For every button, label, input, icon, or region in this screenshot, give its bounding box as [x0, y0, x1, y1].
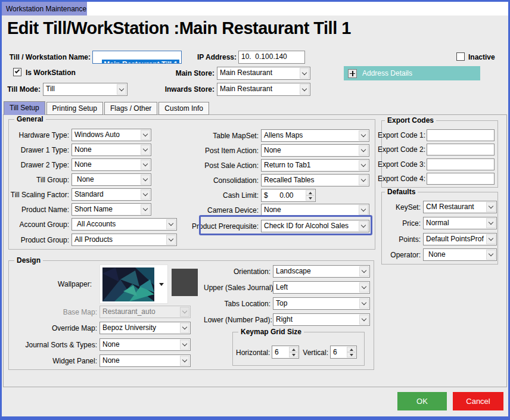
chevron-down-icon [182, 357, 187, 362]
upper-sales-journal-select[interactable]: Left [273, 281, 370, 294]
inactive-checkbox[interactable] [456, 52, 465, 61]
dropdown-button[interactable] [359, 205, 368, 215]
dropdown-button[interactable] [359, 145, 368, 155]
points-select[interactable]: Default PointsProf [423, 233, 497, 245]
dropdown-button[interactable] [486, 234, 496, 244]
cancel-button[interactable]: Cancel [453, 392, 503, 410]
spin-up-button[interactable] [289, 347, 298, 352]
dropdown-button[interactable] [141, 130, 150, 140]
dropdown-button[interactable] [359, 315, 369, 325]
dropdown-button[interactable] [300, 68, 309, 79]
dropdown-button[interactable] [359, 130, 368, 141]
operator-select[interactable]: None [423, 248, 497, 261]
till-mode-select[interactable]: Till [43, 83, 128, 96]
post-item-action-label: Post Item Action: [192, 147, 259, 155]
dropdown-button[interactable] [359, 221, 368, 231]
export-code-4-input[interactable] [427, 173, 495, 185]
keyset-select[interactable]: CM Restaurant [423, 201, 497, 213]
export-code-1-input[interactable] [427, 129, 495, 141]
hardware-type-select[interactable]: Windows Auto [71, 129, 151, 141]
general-title: General [14, 115, 46, 123]
post-item-action-select[interactable]: None [261, 144, 369, 157]
tab-printing-setup[interactable]: Printing Setup [46, 102, 103, 115]
wallpaper-dropdown-arrow-icon[interactable] [159, 283, 164, 286]
orientation-select[interactable]: Landscape [273, 265, 370, 278]
dropdown-button[interactable] [359, 298, 369, 309]
is-workstation-checkbox[interactable] [13, 68, 21, 76]
tab-custom-info[interactable]: Custom Info [158, 102, 209, 115]
tabs-location-select[interactable]: Top [273, 297, 370, 310]
widget-panel-select[interactable]: None [99, 354, 191, 367]
dropdown-button[interactable] [180, 356, 189, 366]
lower-number-pad-label: Lower (Number Pad): [204, 316, 270, 324]
export-code-3-input[interactable] [427, 158, 495, 170]
chevron-down-icon [362, 316, 366, 321]
dropdown-button[interactable] [141, 145, 150, 155]
till-group-value: None [72, 174, 140, 185]
dropdown-button[interactable] [359, 160, 368, 170]
spin-up-button[interactable] [306, 190, 315, 195]
base-map-value: Restaurant_auto [100, 306, 179, 318]
plus-icon[interactable] [348, 69, 357, 78]
till-workstation-name-input[interactable]: Main Restaurant Till 1 [92, 51, 182, 64]
consolidation-label: Consolidation: [192, 176, 259, 185]
lower-number-pad-select[interactable]: Right [273, 313, 370, 326]
spin-down-button[interactable] [289, 352, 298, 357]
ok-button[interactable]: OK [397, 392, 447, 410]
wallpaper-picker[interactable] [99, 265, 168, 304]
table-mapset-select[interactable]: Allens Maps [261, 129, 369, 142]
consolidation-select[interactable]: Recalled Tables [261, 174, 369, 186]
inwards-store-select[interactable]: Main Restaurant [217, 83, 310, 96]
address-details-button[interactable]: Address Details [344, 66, 480, 80]
drawer-1-type-select[interactable]: None [71, 144, 151, 156]
dropdown-button[interactable] [141, 160, 150, 170]
vertical-spinner[interactable]: 6 [330, 346, 357, 359]
spin-up-button[interactable] [347, 347, 356, 352]
drawer-2-type-select[interactable]: None [71, 158, 151, 171]
spin-down-button[interactable] [347, 352, 356, 357]
titlebar: Workstation Maintenance [2, 2, 508, 15]
camera-device-select[interactable]: None [261, 204, 369, 216]
tab-flags-other[interactable]: Flags / Other [104, 102, 157, 115]
spin-down-button[interactable] [306, 195, 315, 201]
main-store-select[interactable]: Main Restaurant [217, 67, 310, 80]
product-name-select[interactable]: Short Name [71, 203, 151, 216]
product-group-select[interactable]: All Products [71, 234, 177, 246]
dropdown-button[interactable] [141, 175, 150, 185]
till-scaling-factor-select[interactable]: Standard [71, 188, 151, 201]
product-prerequisite-select[interactable]: Check ID for Alcohol Sales [261, 220, 369, 232]
dropdown-button[interactable] [141, 204, 150, 214]
account-group-select[interactable]: All Accounts [71, 218, 177, 231]
chevron-down-icon [182, 309, 187, 313]
dropdown-button[interactable] [300, 84, 309, 95]
wallpaper-thumbnail[interactable] [102, 267, 154, 301]
dropdown-button[interactable] [359, 282, 369, 293]
dropdown-button[interactable] [166, 219, 176, 229]
dropdown-button[interactable] [359, 175, 368, 185]
dropdown-button[interactable] [117, 84, 126, 95]
cash-limit-spinner[interactable]: $ 0.00 [261, 189, 316, 202]
dropdown-button[interactable] [359, 266, 369, 276]
dropdown-button[interactable] [180, 340, 189, 350]
tab-till-setup[interactable]: Till Setup [4, 101, 45, 115]
price-value: Normal [424, 217, 486, 229]
till-group-select[interactable]: None [71, 173, 151, 186]
dropdown-button[interactable] [486, 250, 496, 260]
dropdown-button[interactable] [180, 323, 189, 333]
journal-sorts-types-select[interactable]: None [99, 338, 191, 351]
points-label: Points: [375, 235, 421, 244]
horizontal-spinner[interactable]: 6 [272, 346, 299, 359]
ip-address-input[interactable]: 10. 0.100.140 [238, 51, 305, 64]
price-select[interactable]: Normal [423, 217, 497, 229]
window-title: Workstation Maintenance [6, 5, 86, 13]
wallpaper-color-swatch[interactable] [172, 269, 198, 296]
horizontal-label: Horizontal: [236, 349, 270, 357]
dropdown-button[interactable] [166, 235, 176, 245]
dropdown-button[interactable] [486, 202, 496, 212]
export-code-2-input[interactable] [427, 144, 495, 155]
dropdown-button[interactable] [141, 189, 150, 200]
dropdown-button[interactable] [486, 218, 496, 228]
chevron-down-icon [489, 204, 493, 209]
post-sale-action-select[interactable]: Return to Tab1 [261, 159, 369, 172]
override-map-select[interactable]: Bepoz University [99, 322, 191, 334]
